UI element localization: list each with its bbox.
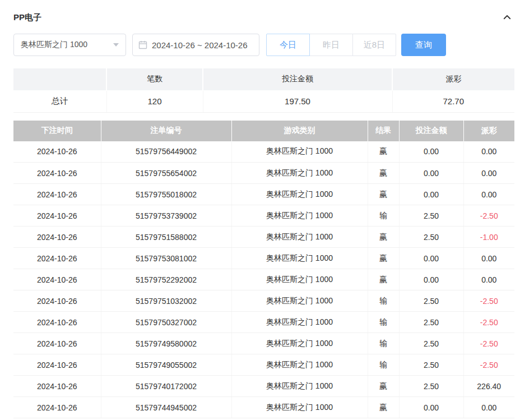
game-category-cell: 奥林匹斯之门 1000 (231, 397, 368, 418)
result-cell: 输 (368, 290, 399, 312)
order-id-cell: 51579753081002 (101, 248, 231, 269)
result-cell: 赢 (368, 376, 399, 397)
summary-header-empty (13, 68, 106, 90)
result-cell: 赢 (368, 397, 399, 418)
game-category-cell: 奥林匹斯之门 1000 (231, 227, 368, 248)
game-category-cell: 奥林匹斯之门 1000 (231, 354, 368, 376)
table-row: 2024-10-2651579756449002奥林匹斯之门 1000赢0.00… (13, 141, 514, 163)
table-row: 2024-10-2651579755018002奥林匹斯之门 1000赢0.00… (13, 184, 514, 205)
bet-time-cell: 2024-10-26 (13, 141, 101, 163)
bet-time-cell: 2024-10-26 (13, 397, 101, 418)
game-select-value: 奥林匹斯之门 1000 (21, 40, 87, 50)
bet-time-cell: 2024-10-26 (13, 248, 101, 269)
last-8-days-button[interactable]: 近8日 (352, 34, 396, 56)
order-id-cell: 51579751588002 (101, 227, 231, 248)
total-count: 120 (106, 90, 203, 112)
result-cell: 赢 (368, 227, 399, 248)
summary-header-count: 笔数 (106, 68, 203, 90)
table-row: 2024-10-2651579753739002奥林匹斯之门 1000输2.50… (13, 205, 514, 227)
header-game-category: 游戏类别 (231, 121, 368, 141)
summary-header-bet-amount: 投注金额 (203, 68, 392, 90)
order-id-cell: 51579749055002 (101, 354, 231, 376)
payout-cell: -2.50 (463, 290, 514, 312)
payout-cell: -2.50 (463, 333, 514, 354)
result-cell: 输 (368, 205, 399, 227)
bet-amount-cell: 2.50 (399, 333, 463, 354)
total-label: 总计 (13, 90, 106, 112)
table-row: 2024-10-2651579751032002奥林匹斯之门 1000输2.50… (13, 290, 514, 312)
table-row: 2024-10-2651579753081002奥林匹斯之门 1000赢0.00… (13, 248, 514, 269)
bet-time-cell: 2024-10-26 (13, 333, 101, 354)
order-id-cell: 51579744945002 (101, 397, 231, 418)
summary-total-row: 总计 120 197.50 72.70 (13, 90, 514, 112)
bet-amount-cell: 0.00 (399, 163, 463, 184)
result-cell: 赢 (368, 141, 399, 163)
payout-cell: 226.40 (463, 376, 514, 397)
bet-time-cell: 2024-10-26 (13, 205, 101, 227)
payout-cell: 0.00 (463, 184, 514, 205)
bet-time-cell: 2024-10-26 (13, 163, 101, 184)
date-range-input[interactable]: 2024-10-26 ~ 2024-10-26 (132, 34, 259, 56)
result-cell: 输 (368, 312, 399, 333)
result-cell: 输 (368, 333, 399, 354)
bet-amount-cell: 2.50 (399, 376, 463, 397)
game-category-cell: 奥林匹斯之门 1000 (231, 376, 368, 397)
summary-header-payout: 派彩 (392, 68, 514, 90)
order-id-cell: 51579755654002 (101, 163, 231, 184)
game-category-cell: 奥林匹斯之门 1000 (231, 333, 368, 354)
bet-amount-cell: 0.00 (399, 269, 463, 290)
calendar-icon (138, 40, 147, 49)
result-cell: 赢 (368, 163, 399, 184)
table-row: 2024-10-2651579755654002奥林匹斯之门 1000赢0.00… (13, 163, 514, 184)
filter-bar: 奥林匹斯之门 1000 2024-10-26 ~ 2024-10-26 今日 昨… (13, 34, 514, 56)
yesterday-button[interactable]: 昨日 (309, 34, 353, 56)
bet-amount-cell: 2.50 (399, 227, 463, 248)
table-row: 2024-10-2651579749580002奥林匹斯之门 1000输2.50… (13, 333, 514, 354)
today-button[interactable]: 今日 (266, 34, 310, 56)
header-bet-amount: 投注金额 (399, 121, 463, 141)
payout-cell: -2.50 (463, 312, 514, 333)
date-range-value: 2024-10-26 ~ 2024-10-26 (152, 40, 248, 50)
result-cell: 赢 (368, 184, 399, 205)
order-id-cell: 51579753739002 (101, 205, 231, 227)
game-category-cell: 奥林匹斯之门 1000 (231, 269, 368, 290)
search-button[interactable]: 查询 (401, 34, 446, 56)
payout-cell: -2.50 (463, 205, 514, 227)
summary-header-row: 笔数 投注金额 派彩 (13, 68, 514, 90)
order-id-cell: 51579752292002 (101, 269, 231, 290)
table-row: 2024-10-2651579749055002奥林匹斯之门 1000输2.50… (13, 354, 514, 376)
header-payout: 派彩 (463, 121, 514, 141)
bet-amount-cell: 0.00 (399, 184, 463, 205)
game-category-cell: 奥林匹斯之门 1000 (231, 248, 368, 269)
bet-time-cell: 2024-10-26 (13, 376, 101, 397)
payout-cell: 0.00 (463, 248, 514, 269)
chevron-down-icon (113, 43, 119, 47)
bet-amount-cell: 0.00 (399, 141, 463, 163)
table-row: 2024-10-2651579740172002奥林匹斯之门 1000赢2.50… (13, 376, 514, 397)
detail-header-row: 下注时间 注单编号 游戏类别 结果 投注金额 派彩 (13, 121, 514, 141)
game-category-cell: 奥林匹斯之门 1000 (231, 141, 368, 163)
panel-header: PP电子 (13, 11, 514, 24)
order-id-cell: 51579751032002 (101, 290, 231, 312)
bet-time-cell: 2024-10-26 (13, 290, 101, 312)
order-id-cell: 51579755018002 (101, 184, 231, 205)
page-title: PP电子 (13, 12, 41, 23)
detail-table-body: 2024-10-2651579756449002奥林匹斯之门 1000赢0.00… (13, 141, 514, 418)
table-row: 2024-10-2651579751588002奥林匹斯之门 1000赢2.50… (13, 227, 514, 248)
quick-date-button-group: 今日 昨日 近8日 (266, 34, 396, 56)
game-select[interactable]: 奥林匹斯之门 1000 (13, 34, 126, 56)
order-id-cell: 51579740172002 (101, 376, 231, 397)
table-row: 2024-10-2651579744945002奥林匹斯之门 1000赢0.00… (13, 397, 514, 418)
payout-cell: 0.00 (463, 141, 514, 163)
chevron-up-icon[interactable] (502, 12, 512, 22)
bet-records-table: 下注时间 注单编号 游戏类别 结果 投注金额 派彩 2024-10-265157… (13, 121, 514, 419)
total-payout: 72.70 (392, 90, 514, 112)
table-row: 2024-10-2651579750327002奥林匹斯之门 1000输2.50… (13, 312, 514, 333)
game-category-cell: 奥林匹斯之门 1000 (231, 290, 368, 312)
game-category-cell: 奥林匹斯之门 1000 (231, 312, 368, 333)
game-category-cell: 奥林匹斯之门 1000 (231, 184, 368, 205)
pp-electronic-report-panel: PP电子 奥林匹斯之门 1000 2024-10-26 ~ 2024-10-26 (0, 0, 520, 418)
order-id-cell: 51579756449002 (101, 141, 231, 163)
bet-amount-cell: 2.50 (399, 312, 463, 333)
bet-time-cell: 2024-10-26 (13, 312, 101, 333)
